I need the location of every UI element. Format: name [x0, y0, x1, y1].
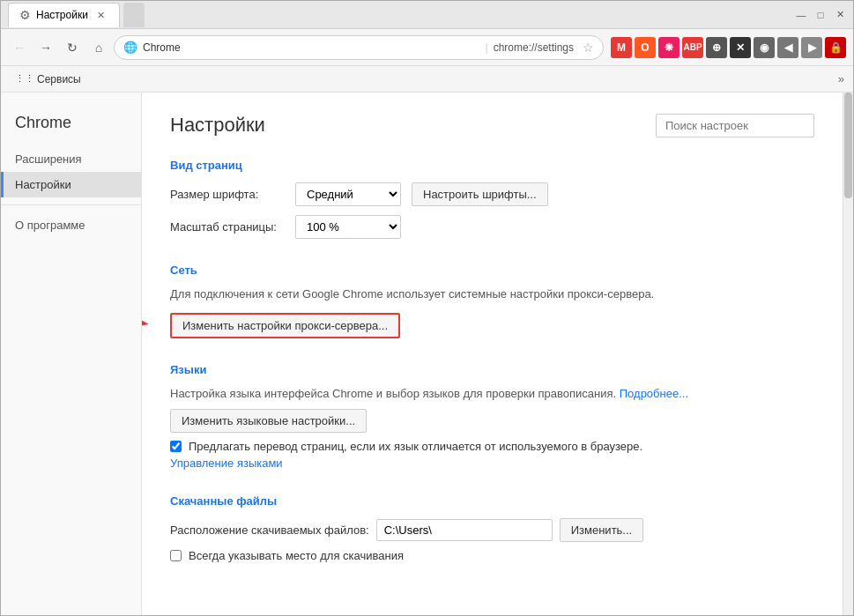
ext-fwd-icon[interactable]: ▶: [801, 37, 822, 58]
font-size-select[interactable]: Средний: [295, 182, 401, 206]
font-size-label: Размер шрифта:: [170, 188, 285, 201]
addressbar: ← → ↻ ⌂ 🌐 Chrome | chrome://settings ☆ M…: [1, 29, 853, 66]
tab-close-button[interactable]: ✕: [93, 8, 108, 23]
zoom-label: Масштаб страницы:: [170, 220, 285, 234]
titlebar: ⚙ Настройки ✕ — □ ✕: [1, 1, 853, 29]
downloads-section-title: Скачанные файлы: [170, 494, 814, 508]
minimize-button[interactable]: —: [795, 9, 807, 21]
font-size-row: Размер шрифта: Средний Настроить шрифты.…: [170, 182, 814, 206]
url-text: chrome://settings: [494, 41, 574, 54]
ext-lock-icon[interactable]: 🔒: [825, 37, 846, 58]
zoom-select[interactable]: 100 %: [295, 215, 401, 239]
network-description: Для подключения к сети Google Chrome исп…: [170, 287, 814, 301]
scrollbar-track[interactable]: [843, 93, 853, 615]
sidebar-item-extensions[interactable]: Расширения: [1, 146, 141, 172]
window-controls: — □ ✕: [795, 9, 846, 21]
change-language-button[interactable]: Изменить языковые настройки...: [170, 409, 367, 433]
download-path-input[interactable]: [376, 519, 553, 541]
home-button[interactable]: ⌂: [87, 36, 110, 59]
ext-back-icon[interactable]: ◀: [777, 37, 798, 58]
proxy-settings-button[interactable]: Изменить настройки прокси-сервера...: [170, 313, 400, 338]
downloads-section: Скачанные файлы Расположение скачиваемых…: [170, 494, 814, 562]
browser-window: ⚙ Настройки ✕ — □ ✕ ← → ↻ ⌂ 🌐 Chrome | c…: [0, 0, 854, 616]
page-title: Настройки: [170, 114, 265, 137]
ask-location-checkbox[interactable]: [170, 550, 182, 561]
languages-section-title: Языки: [170, 363, 814, 376]
download-location-row: Расположение скачиваемых файлов: Изменит…: [170, 518, 814, 542]
settings-content: Настройки Вид страниц Размер шрифта: Сре…: [142, 93, 843, 615]
zoom-row: Масштаб страницы: 100 %: [170, 215, 814, 239]
sidebar: Chrome Расширения Настройки О программе: [1, 93, 142, 615]
extension-toolbar: M O ❋ ABP ⊕ ✕ ◉ ◀ ▶ 🔒: [611, 37, 846, 58]
languages-more-link[interactable]: Подробнее...: [620, 387, 688, 400]
ext-gmail-icon[interactable]: M: [611, 37, 632, 58]
ext-opera-icon[interactable]: O: [635, 37, 656, 58]
ext-cross-icon[interactable]: ✕: [730, 37, 751, 58]
translate-checkbox[interactable]: [170, 441, 182, 452]
download-location-label: Расположение скачиваемых файлов:: [170, 523, 369, 537]
tab-gear-icon: ⚙: [19, 8, 31, 22]
bookmarks-more-icon[interactable]: »: [838, 72, 844, 85]
languages-description: Настройка языка интерфейса Chrome и выбо…: [170, 387, 814, 400]
appearance-section-title: Вид страниц: [170, 159, 814, 172]
active-tab[interactable]: ⚙ Настройки ✕: [8, 3, 120, 27]
settings-search-input[interactable]: [656, 114, 814, 137]
bookmarks-label: Сервисы: [37, 73, 81, 85]
scrollbar-thumb[interactable]: [844, 93, 852, 198]
address-separator: |: [486, 41, 488, 54]
titlebar-left: ⚙ Настройки ✕: [8, 3, 145, 27]
main-area: Chrome Расширения Настройки О программе …: [1, 93, 853, 615]
ext-circle-icon[interactable]: ⊕: [706, 37, 727, 58]
sidebar-item-about[interactable]: О программе: [1, 212, 141, 238]
apps-grid-icon: ⋮⋮: [15, 73, 34, 85]
change-location-button[interactable]: Изменить...: [560, 518, 643, 542]
network-section: Сеть Для подключения к сети Google Chrom…: [170, 263, 814, 338]
ext-flower-icon[interactable]: ❋: [658, 37, 679, 58]
new-tab[interactable]: [123, 3, 145, 27]
manage-languages-link[interactable]: Управление языками: [170, 456, 814, 470]
bookmarks-apps[interactable]: ⋮⋮ Сервисы: [10, 71, 86, 87]
site-icon: 🌐: [123, 41, 137, 54]
brand-text: Chrome: [143, 41, 480, 54]
languages-section: Языки Настройка языка интерфейса Chrome …: [170, 363, 814, 470]
maximize-button[interactable]: □: [814, 9, 827, 21]
ext-adblock-icon[interactable]: ABP: [682, 37, 703, 58]
ask-location-label: Всегда указывать место для скачивания: [189, 549, 404, 562]
forward-button[interactable]: →: [34, 36, 57, 59]
reload-button[interactable]: ↻: [61, 36, 84, 59]
translate-row: Предлагать перевод страниц, если их язык…: [170, 440, 814, 453]
ask-location-row: Всегда указывать место для скачивания: [170, 549, 814, 562]
sidebar-title: Chrome: [1, 107, 141, 146]
bookmarks-bar: ⋮⋮ Сервисы »: [1, 66, 853, 93]
configure-fonts-button[interactable]: Настроить шрифты...: [412, 182, 548, 206]
tab-label: Настройки: [36, 9, 88, 21]
sidebar-item-settings[interactable]: Настройки: [1, 172, 141, 197]
proxy-button-container: Изменить настройки прокси-сервера...: [170, 313, 400, 338]
appearance-section: Вид страниц Размер шрифта: Средний Настр…: [170, 159, 814, 239]
network-section-title: Сеть: [170, 263, 814, 277]
back-button[interactable]: ←: [8, 36, 31, 59]
annotation-arrow: [142, 306, 161, 341]
content-header: Настройки: [170, 114, 814, 137]
sidebar-divider: [1, 204, 141, 205]
translate-label: Предлагать перевод страниц, если их язык…: [189, 440, 642, 453]
ext-dot-icon[interactable]: ◉: [754, 37, 775, 58]
close-button[interactable]: ✕: [834, 9, 846, 21]
address-input[interactable]: 🌐 Chrome | chrome://settings ☆: [114, 35, 604, 60]
bookmark-star-icon[interactable]: ☆: [583, 41, 594, 55]
scrollbar[interactable]: [843, 93, 853, 615]
